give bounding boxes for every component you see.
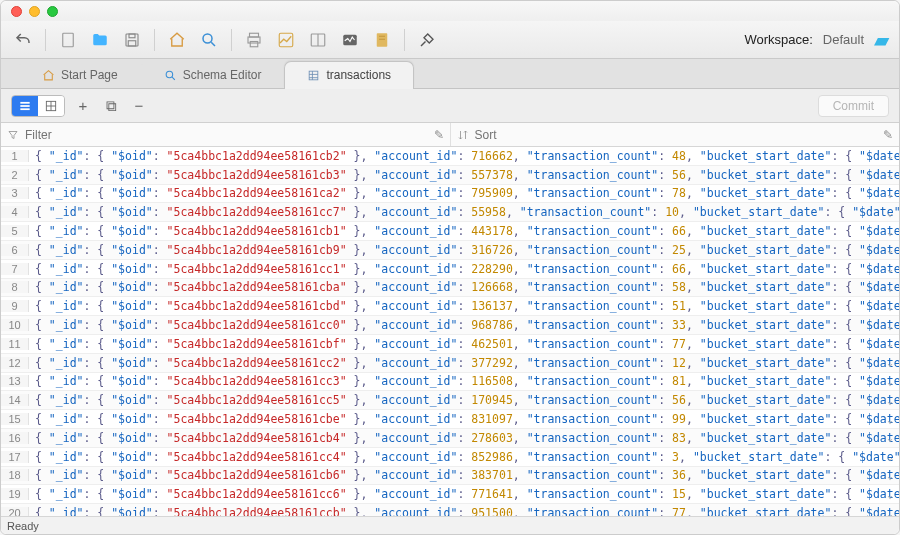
- tab-schema-editor[interactable]: Schema Editor: [141, 61, 285, 88]
- print-icon[interactable]: [242, 28, 266, 52]
- svg-rect-3: [128, 40, 136, 45]
- close-icon[interactable]: [11, 6, 22, 17]
- chevron-down-icon[interactable]: ⌄: [887, 207, 893, 218]
- table-row[interactable]: 11{ "_id": { "$oid": "5ca4bbc1a2dd94ee58…: [1, 335, 899, 354]
- table-row[interactable]: 8{ "_id": { "$oid": "5ca4bbc1a2dd94ee581…: [1, 279, 899, 298]
- dropper-icon[interactable]: [415, 28, 439, 52]
- svg-rect-12: [377, 33, 388, 47]
- table-row[interactable]: 5{ "_id": { "$oid": "5ca4bbc1a2dd94ee581…: [1, 222, 899, 241]
- table-row[interactable]: 17{ "_id": { "$oid": "5ca4bbc1a2dd94ee58…: [1, 448, 899, 467]
- chevron-down-icon[interactable]: ⌄: [887, 226, 893, 237]
- chevron-down-icon[interactable]: ⌄: [887, 301, 893, 312]
- search-icon[interactable]: [197, 28, 221, 52]
- table-row[interactable]: 2{ "_id": { "$oid": "5ca4bbc1a2dd94ee581…: [1, 166, 899, 185]
- table-row[interactable]: 18{ "_id": { "$oid": "5ca4bbc1a2dd94ee58…: [1, 467, 899, 486]
- table-row[interactable]: 4{ "_id": { "$oid": "5ca4bbc1a2dd94ee581…: [1, 203, 899, 222]
- row-number: 10: [1, 319, 29, 331]
- table-view-button[interactable]: [38, 96, 64, 116]
- new-file-icon[interactable]: [56, 28, 80, 52]
- chevron-down-icon[interactable]: ⌄: [887, 282, 893, 293]
- workspace-selector[interactable]: Workspace: Default ▰: [744, 28, 889, 52]
- row-json: { "_id": { "$oid": "5ca4bbc1a2dd94ee5816…: [29, 487, 899, 501]
- chevron-down-icon[interactable]: ⌄: [887, 376, 893, 387]
- sort-input[interactable]: [475, 128, 894, 142]
- row-json: { "_id": { "$oid": "5ca4bbc1a2dd94ee5816…: [29, 431, 899, 445]
- chevron-down-icon[interactable]: ⌄: [887, 320, 893, 331]
- monitor-icon[interactable]: [338, 28, 362, 52]
- chevron-down-icon[interactable]: ⌄: [887, 338, 893, 349]
- remove-button[interactable]: −: [129, 97, 149, 114]
- json-view-button[interactable]: [12, 96, 38, 116]
- table-row[interactable]: 15{ "_id": { "$oid": "5ca4bbc1a2dd94ee58…: [1, 410, 899, 429]
- row-json: { "_id": { "$oid": "5ca4bbc1a2dd94ee5816…: [29, 205, 899, 219]
- table-row[interactable]: 1{ "_id": { "$oid": "5ca4bbc1a2dd94ee581…: [1, 147, 899, 166]
- chevron-down-icon[interactable]: ⌄: [887, 357, 893, 368]
- chevron-down-icon[interactable]: ⌄: [887, 508, 893, 516]
- open-folder-icon[interactable]: [88, 28, 112, 52]
- undo-icon[interactable]: [11, 28, 35, 52]
- row-json: { "_id": { "$oid": "5ca4bbc1a2dd94ee5816…: [29, 337, 899, 351]
- row-number: 12: [1, 357, 29, 369]
- table-row[interactable]: 10{ "_id": { "$oid": "5ca4bbc1a2dd94ee58…: [1, 316, 899, 335]
- row-json: { "_id": { "$oid": "5ca4bbc1a2dd94ee5816…: [29, 506, 899, 516]
- add-button[interactable]: +: [73, 97, 93, 114]
- table-row[interactable]: 12{ "_id": { "$oid": "5ca4bbc1a2dd94ee58…: [1, 354, 899, 373]
- table-row[interactable]: 6{ "_id": { "$oid": "5ca4bbc1a2dd94ee581…: [1, 241, 899, 260]
- row-json: { "_id": { "$oid": "5ca4bbc1a2dd94ee5816…: [29, 412, 899, 426]
- chevron-down-icon[interactable]: ⌄: [887, 169, 893, 180]
- row-number: 1: [1, 150, 29, 162]
- minimize-icon[interactable]: [29, 6, 40, 17]
- table-row[interactable]: 3{ "_id": { "$oid": "5ca4bbc1a2dd94ee581…: [1, 185, 899, 204]
- row-json: { "_id": { "$oid": "5ca4bbc1a2dd94ee5816…: [29, 374, 899, 388]
- svg-point-15: [166, 71, 173, 78]
- chevron-down-icon[interactable]: ⌄: [887, 414, 893, 425]
- row-number: 18: [1, 469, 29, 481]
- chevron-down-icon[interactable]: ⌄: [887, 244, 893, 255]
- row-number: 14: [1, 394, 29, 406]
- row-json: { "_id": { "$oid": "5ca4bbc1a2dd94ee5816…: [29, 299, 899, 313]
- chevron-down-icon[interactable]: ⌄: [887, 432, 893, 443]
- chevron-down-icon[interactable]: ⌄: [887, 263, 893, 274]
- edit-icon[interactable]: ✎: [883, 128, 893, 142]
- sort-cell[interactable]: ✎: [451, 123, 900, 146]
- table-row[interactable]: 13{ "_id": { "$oid": "5ca4bbc1a2dd94ee58…: [1, 373, 899, 392]
- panels-icon[interactable]: [306, 28, 330, 52]
- commit-button[interactable]: Commit: [818, 95, 889, 117]
- workspace-label: Workspace:: [744, 32, 812, 47]
- table-row[interactable]: 7{ "_id": { "$oid": "5ca4bbc1a2dd94ee581…: [1, 260, 899, 279]
- filter-input[interactable]: [25, 128, 444, 142]
- chevron-down-icon[interactable]: ⌄: [887, 150, 893, 161]
- table-row[interactable]: 14{ "_id": { "$oid": "5ca4bbc1a2dd94ee58…: [1, 391, 899, 410]
- sub-toolbar: + ⧉ − Commit: [1, 89, 899, 123]
- grid-icon: [307, 69, 320, 82]
- row-number: 20: [1, 507, 29, 516]
- chevron-down-icon[interactable]: ⌄: [887, 489, 893, 500]
- comment-icon[interactable]: ▰: [874, 28, 889, 52]
- edit-icon[interactable]: ✎: [434, 128, 444, 142]
- svg-point-4: [203, 34, 212, 43]
- maximize-icon[interactable]: [47, 6, 58, 17]
- row-json: { "_id": { "$oid": "5ca4bbc1a2dd94ee5816…: [29, 224, 899, 238]
- table-row[interactable]: 16{ "_id": { "$oid": "5ca4bbc1a2dd94ee58…: [1, 429, 899, 448]
- tab-start-page[interactable]: Start Page: [19, 61, 141, 88]
- chart-icon[interactable]: [274, 28, 298, 52]
- save-icon[interactable]: [120, 28, 144, 52]
- table-row[interactable]: 19{ "_id": { "$oid": "5ca4bbc1a2dd94ee58…: [1, 485, 899, 504]
- row-number: 13: [1, 375, 29, 387]
- chevron-down-icon[interactable]: ⌄: [887, 188, 893, 199]
- filter-cell[interactable]: ✎: [1, 123, 451, 146]
- row-number: 15: [1, 413, 29, 425]
- row-json: { "_id": { "$oid": "5ca4bbc1a2dd94ee5816…: [29, 168, 899, 182]
- notes-icon[interactable]: [370, 28, 394, 52]
- table-row[interactable]: 20{ "_id": { "$oid": "5ca4bbc1a2dd94ee58…: [1, 504, 899, 516]
- chevron-down-icon[interactable]: ⌄: [887, 451, 893, 462]
- home-icon[interactable]: [165, 28, 189, 52]
- home-icon: [42, 69, 55, 82]
- chevron-down-icon[interactable]: ⌄: [887, 395, 893, 406]
- tab-transactions[interactable]: transactions: [284, 61, 414, 88]
- row-json: { "_id": { "$oid": "5ca4bbc1a2dd94ee5816…: [29, 393, 899, 407]
- duplicate-button[interactable]: ⧉: [101, 97, 121, 115]
- table-row[interactable]: 9{ "_id": { "$oid": "5ca4bbc1a2dd94ee581…: [1, 297, 899, 316]
- row-json: { "_id": { "$oid": "5ca4bbc1a2dd94ee5816…: [29, 280, 899, 294]
- chevron-down-icon[interactable]: ⌄: [887, 470, 893, 481]
